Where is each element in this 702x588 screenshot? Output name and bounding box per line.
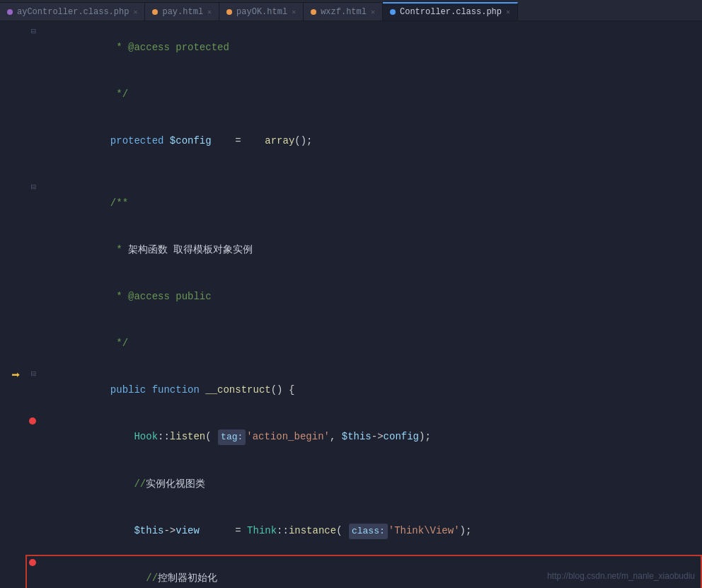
gutter-row-10 [0,413,39,429]
tab-close-aycontroller[interactable]: ✕ [133,8,137,16]
tab-close-controller[interactable]: ✕ [506,8,510,16]
gutter-row-2 [0,71,39,86]
line-content-8: */ [39,320,702,367]
kw-public-1: public [86,384,151,396]
punc-3: ( [205,431,217,442]
breakpoint-dot-10 [29,417,36,425]
code-line-7: * @access public [0,273,702,320]
cmt-ctrl-init: // [98,572,158,584]
fn-listen: listen [170,431,205,442]
line-content-11: //实例化视图类 [39,461,702,507]
fn-array: array [265,135,294,146]
tab-payok[interactable]: payOK.html ✕ [219,2,304,21]
code-line-8: */ [0,320,702,367]
punc-6: ); [419,431,431,442]
tab-controller[interactable]: Controller.class.php ✕ [383,2,518,21]
gutter-row-3 [0,117,39,133]
line-content-9: public function __construct() { [39,367,702,413]
code-line-9: ⮕ ⊟ public function __construct() { [0,367,702,413]
line-content-5: /** [39,180,702,226]
code-line-1: ⊟ * @access protected [0,24,702,71]
fn-instance: instance [289,525,336,536]
tab-close-pay[interactable]: ✕ [207,8,212,16]
main-layout: ⊟ * @access protected */ protecte [0,21,702,588]
code-line-10: Hook::listen( tag:'action_begin', $this-… [0,413,702,461]
cls-think: Think [247,525,277,536]
zh-desc-1: 架构函数 取得模板对象实例 [128,244,253,255]
fn-construct: __construct [205,384,270,396]
line-content-4 [39,164,702,180]
hint-class: class: [349,524,388,539]
tab-label-aycontroller: ayController.class.php [17,7,129,17]
code-line-4 [0,164,702,180]
tab-close-wxzf[interactable]: ✕ [371,8,375,16]
var-this2: $this [86,525,163,536]
breakpoint-dot-13 [29,559,36,566]
gutter-row-13 [0,555,39,570]
fold-indicator-1: ⊟ [31,24,36,40]
var-view: view [176,525,200,536]
jsdoc-open-1: /** [86,197,128,209]
fold-indicator-9: ⊟ [31,367,36,382]
punc-arrow1: -> [163,525,176,536]
tab-label-pay: pay.html [162,7,203,17]
cls-hook: Hook [86,431,158,442]
cmt-instantiate-view: // [86,478,146,490]
str-thinkview: 'Think\View' [389,525,460,536]
jsdoc-access-public: * @access public [86,291,211,302]
watermark: http://blog.csdn.net/m_nanle_xiaobudiu [547,571,695,581]
line-content-12: $this->view = Think::instance( class:'Th… [39,507,702,555]
zh-ctrl-init: 控制器初始化 [158,572,217,584]
code-line-5: ⊟ /** [0,180,702,226]
tab-bar: ayController.class.php ✕ pay.html ✕ payO… [0,0,702,21]
zh-instantiate-view: 实例化视图类 [146,478,205,490]
tab-label-payok: payOK.html [236,7,287,17]
kw-protected: protected [86,135,170,146]
punc-4: , [330,431,342,442]
code-area[interactable]: ⊟ * @access protected */ protecte [0,21,702,588]
punc-lparen: ( [336,525,348,536]
tab-icon-html2 [226,9,232,15]
line-content-1: * @access protected [39,24,702,71]
tab-icon-controller [390,9,396,15]
gutter-row-5: ⊟ [0,180,39,195]
op-eq2: = [200,525,247,536]
code-line-6: * 架构函数 取得模板对象实例 [0,226,702,273]
gutter-row-9: ⮕ ⊟ [0,367,39,382]
tab-pay[interactable]: pay.html ✕ [145,2,219,21]
code-line-2: */ [0,71,702,117]
line-content-3: protected $config = array(); [39,117,702,164]
line-content-6: * 架构函数 取得模板对象实例 [39,226,702,273]
punc-dbl-colon: :: [277,525,289,536]
var-config2: config [384,431,419,442]
punc-construct: () { [271,384,295,396]
gutter-row-1: ⊟ [0,24,39,40]
jsdoc-close-1: */ [86,338,128,349]
comment-access-protected: * @access protected [86,42,229,53]
hint-tag: tag: [218,430,246,445]
fold-indicator-5: ⊟ [31,180,36,195]
punc-1: (); [294,135,312,146]
code-line-12: $this->view = Think::instance( class:'Th… [0,507,702,555]
tab-icon-php1 [7,9,13,15]
jsdoc-desc-1: * [86,244,128,255]
tab-wxzf[interactable]: wxzf.html ✕ [304,2,383,21]
tab-close-payok[interactable]: ✕ [292,8,296,16]
line-content-10: Hook::listen( tag:'action_begin', $this-… [39,413,702,461]
debug-arrow: ⮕ [11,369,21,384]
kw-function-1: function [152,384,206,396]
tab-label-wxzf: wxzf.html [321,7,367,17]
var-this-config: $this [342,431,372,442]
punc-rparen: ); [460,525,472,536]
op-equals1: = [212,135,265,146]
code-line-11: //实例化视图类 [0,461,702,507]
punc-5: -> [372,431,384,442]
comment-close-1: */ [86,88,128,100]
str-action-begin: 'action_begin' [246,431,330,442]
tab-aycontroller[interactable]: ayController.class.php ✕ [0,2,145,21]
punc-2: :: [158,431,170,442]
tab-icon-html3 [311,9,316,15]
line-content-2: */ [39,71,702,117]
line-content-7: * @access public [39,273,702,320]
code-line-3: protected $config = array(); [0,117,702,164]
